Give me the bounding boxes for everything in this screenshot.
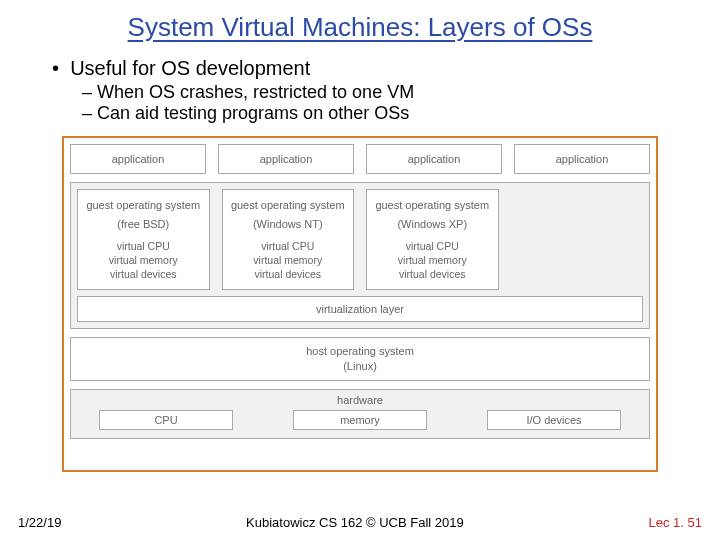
footer-date: 1/22/19 bbox=[18, 515, 61, 530]
guest-os-name: (free BSD) bbox=[84, 217, 203, 232]
hardware-row: CPU memory I/O devices bbox=[79, 410, 641, 430]
bullet-sub-1: – When OS crashes, restricted to one VM bbox=[82, 82, 720, 103]
virtual-devices: virtual devices bbox=[84, 267, 203, 281]
diagram-container: application application application appl… bbox=[62, 136, 658, 472]
app-box: application bbox=[218, 144, 354, 174]
virtual-devices: virtual devices bbox=[229, 267, 348, 281]
bullet-main-text: Useful for OS development bbox=[70, 57, 310, 79]
hw-memory: memory bbox=[293, 410, 427, 430]
bullet-main: • Useful for OS development bbox=[52, 57, 720, 80]
footer-center: Kubiatowicz CS 162 © UCB Fall 2019 bbox=[246, 515, 464, 530]
bullet-sub-2: – Can aid testing programs on other OSs bbox=[82, 103, 720, 124]
virtual-cpu: virtual CPU bbox=[229, 239, 348, 253]
virtual-memory: virtual memory bbox=[373, 253, 492, 267]
bullet-sub2-text: Can aid testing programs on other OSs bbox=[97, 103, 409, 123]
virtualization-layer: virtualization layer bbox=[77, 296, 643, 322]
virtual-cpu: virtual CPU bbox=[84, 239, 203, 253]
bullet-sub1-text: When OS crashes, restricted to one VM bbox=[97, 82, 414, 102]
guest-os-box: guest operating system (Windows NT) virt… bbox=[222, 189, 355, 290]
virtual-devices: virtual devices bbox=[373, 267, 492, 281]
guest-title: guest operating system bbox=[373, 198, 492, 213]
host-os-label: host operating system bbox=[71, 344, 649, 359]
hardware-layer: hardware CPU memory I/O devices bbox=[70, 389, 650, 439]
guest-title: guest operating system bbox=[229, 198, 348, 213]
guest-row: guest operating system (free BSD) virtua… bbox=[77, 189, 643, 290]
virtual-cpu: virtual CPU bbox=[373, 239, 492, 253]
application-row: application application application appl… bbox=[70, 144, 650, 174]
hw-io: I/O devices bbox=[487, 410, 621, 430]
guest-title: guest operating system bbox=[84, 198, 203, 213]
guest-layer: guest operating system (free BSD) virtua… bbox=[70, 182, 650, 329]
vm-layers-diagram: application application application appl… bbox=[70, 144, 650, 464]
virtual-resources: virtual CPU virtual memory virtual devic… bbox=[229, 239, 348, 282]
host-os-name: (Linux) bbox=[71, 359, 649, 374]
slide-title: System Virtual Machines: Layers of OSs bbox=[0, 0, 720, 43]
hw-cpu: CPU bbox=[99, 410, 233, 430]
guest-os-box: guest operating system (Windows XP) virt… bbox=[366, 189, 499, 290]
guest-os-box: guest operating system (free BSD) virtua… bbox=[77, 189, 210, 290]
footer-lecture-number: Lec 1. 51 bbox=[649, 515, 703, 530]
virtual-resources: virtual CPU virtual memory virtual devic… bbox=[373, 239, 492, 282]
virtual-memory: virtual memory bbox=[84, 253, 203, 267]
app-box: application bbox=[70, 144, 206, 174]
virtual-resources: virtual CPU virtual memory virtual devic… bbox=[84, 239, 203, 282]
slide-footer: 1/22/19 Kubiatowicz CS 162 © UCB Fall 20… bbox=[0, 515, 720, 530]
virtual-memory: virtual memory bbox=[229, 253, 348, 267]
bullet-list: • Useful for OS development – When OS cr… bbox=[52, 57, 720, 124]
guest-os-name: (Windows XP) bbox=[373, 217, 492, 232]
app-box: application bbox=[514, 144, 650, 174]
host-os-layer: host operating system (Linux) bbox=[70, 337, 650, 381]
app-box: application bbox=[366, 144, 502, 174]
hardware-label: hardware bbox=[79, 394, 641, 406]
guest-os-name: (Windows NT) bbox=[229, 217, 348, 232]
